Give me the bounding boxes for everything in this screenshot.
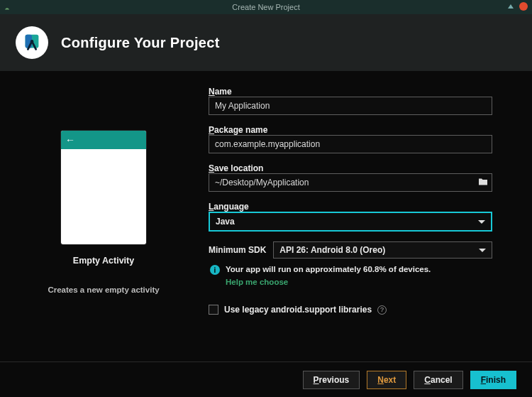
next-button[interactable]: Next [367, 371, 406, 389]
package-label: Package name [209, 125, 492, 135]
minimum-sdk-value: API 26: Android 8.0 (Oreo) [279, 245, 385, 255]
info-icon: i [210, 265, 220, 275]
language-value: Java [216, 217, 235, 227]
template-thumbnail: ← [61, 131, 146, 244]
header: Configure Your Project [0, 14, 532, 71]
android-menu-icon [4, 4, 10, 10]
window-title: Create New Project [232, 3, 299, 11]
help-icon[interactable]: ? [377, 305, 387, 315]
language-select[interactable]: Java [209, 212, 492, 232]
browse-folder-icon[interactable] [478, 178, 488, 188]
language-label: Language [209, 202, 492, 212]
minimize-icon[interactable] [508, 4, 514, 9]
template-description: Creates a new empty activity [48, 285, 159, 294]
hint-suffix: of devices. [387, 265, 431, 273]
minimum-sdk-select[interactable]: API 26: Android 8.0 (Oreo) [273, 241, 492, 259]
svg-point-2 [31, 40, 34, 43]
template-preview-pane: ← Empty Activity Creates a new empty act… [18, 87, 189, 354]
project-form: Name Package name Save location Language… [209, 87, 492, 354]
template-name: Empty Activity [73, 256, 134, 266]
page-title: Configure Your Project [61, 35, 220, 51]
save-location-label: Save location [209, 163, 492, 173]
chevron-down-icon [479, 249, 486, 252]
legacy-support-checkbox[interactable] [209, 305, 218, 315]
name-label: Name [209, 87, 492, 97]
save-location-input[interactable] [209, 173, 492, 192]
titlebar: Create New Project [0, 0, 532, 14]
legacy-support-label: Use legacy android.support libraries [224, 305, 372, 315]
back-arrow-icon: ← [65, 135, 75, 145]
device-coverage-hint: i Your app will run on approximately 60.… [209, 264, 492, 288]
finish-button[interactable]: Finish [470, 371, 516, 389]
wizard-footer: Previous Next Cancel Finish [0, 361, 532, 397]
package-input[interactable] [209, 135, 492, 153]
close-icon[interactable] [519, 2, 528, 11]
previous-button[interactable]: Previous [303, 371, 360, 389]
android-studio-icon [16, 26, 48, 59]
chevron-down-icon [478, 220, 485, 224]
hint-prefix: Your app will run on approximately [226, 265, 363, 273]
name-input[interactable] [209, 97, 492, 115]
help-me-choose-link[interactable]: Help me choose [226, 277, 431, 288]
minimum-sdk-label: Minimum SDK [209, 245, 266, 255]
cancel-button[interactable]: Cancel [414, 371, 462, 389]
hint-percent: 60.8% [363, 265, 387, 273]
